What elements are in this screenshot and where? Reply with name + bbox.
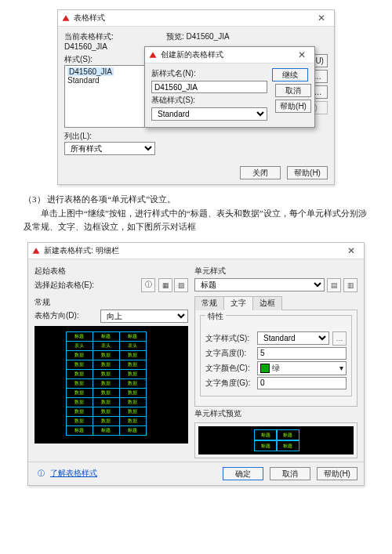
text-height-input[interactable] (257, 347, 347, 360)
help-button[interactable]: 帮助(H) (287, 166, 328, 179)
info-icon: ⓘ (34, 467, 47, 480)
cell: 标题 (254, 429, 278, 440)
preview-label: 预览: (166, 32, 184, 41)
styles-label: 样式(S): (64, 54, 155, 65)
unit-preview-label: 单元样式预览 (194, 408, 358, 419)
ok-button[interactable]: 确定 (223, 467, 263, 480)
dialog-title: 新建表格样式: 明细栏 (44, 245, 342, 256)
close-button[interactable]: 关闭 (240, 166, 281, 179)
style-list[interactable]: D41560_JIA Standard (64, 65, 155, 128)
base-select[interactable]: Standard (151, 107, 267, 121)
base-label: 基础样式(S): (151, 95, 267, 106)
tab-text[interactable]: 文字 (223, 296, 253, 310)
cell: 标题 (276, 440, 299, 451)
pick-table-icon[interactable]: ▦ (158, 278, 172, 292)
cell: 标题 (276, 429, 299, 440)
name-input[interactable] (151, 81, 267, 93)
unit-style-label: 单元样式 (194, 266, 358, 277)
direction-label: 表格方向(D): (34, 310, 97, 321)
direction-select[interactable]: 向上 (100, 310, 188, 323)
cell: 标题 (93, 425, 120, 436)
list-item[interactable]: D41560_JIA (67, 67, 114, 76)
preview-name: D41560_JIA (187, 32, 230, 41)
document-text: （3） 进行表格的各项“单元样式”设立。 单击上图中“继续”按钮，进行样式中的“… (24, 193, 368, 234)
list-out-label: 列出(L): (64, 131, 155, 142)
chevron-down-icon: ▾ (339, 364, 343, 372)
new-unit-icon[interactable]: ▤ (327, 278, 341, 292)
text-color-label: 文字颜色(C): (205, 363, 254, 374)
new-table-style-dialog: 创建新的表格样式 ✕ 新样式名(N): 基础样式(S): Standard 继续… (144, 46, 315, 128)
close-icon[interactable]: ✕ (312, 11, 331, 25)
unit-tabs: 常规 文字 边框 (194, 295, 358, 310)
learn-link[interactable]: 了解表格样式 (50, 468, 97, 479)
text-height-label: 文字高度(I): (205, 348, 254, 359)
current-style-value: D41560_JIA (64, 42, 107, 51)
cell: 标题 (119, 425, 147, 436)
text-style-label: 文字样式(S): (205, 333, 254, 344)
cell: 标题 (66, 425, 93, 436)
start-table-preview: 标题标题标题表头表头表头数据数据数据数据数据数据数据数据数据数据数据数据数据数据… (34, 326, 188, 444)
titlebar: 表格样式 ✕ (58, 10, 334, 27)
text-color-value: 绿 (272, 363, 280, 374)
cancel-button[interactable]: 取消 (270, 467, 310, 480)
app-icon (148, 50, 158, 60)
start-table-label: 起始表格 (34, 266, 188, 277)
unit-style-select[interactable]: 标题 (194, 278, 325, 291)
info-icon[interactable]: ⓘ (141, 278, 155, 292)
table-style-dialog: 表格样式 ✕ 当前表格样式: D41560_JIA 预览: D41560_JIA… (57, 9, 335, 185)
app-icon (61, 13, 71, 23)
list-item[interactable]: Standard (67, 76, 152, 85)
name-label: 新样式名(N): (151, 68, 267, 79)
new-table-style-detail-dialog: 新建表格样式: 明细栏 ✕ 起始表格 选择起始表格(E): ⓘ ▦ ▨ 常规 表… (27, 242, 365, 486)
text-style-more-icon[interactable]: … (332, 331, 347, 346)
text-angle-input[interactable] (257, 377, 347, 389)
tab-general[interactable]: 常规 (194, 296, 224, 310)
cell: 标题 (254, 440, 278, 451)
help-button[interactable]: 帮助(H) (275, 100, 311, 113)
list-filter-select[interactable]: 所有样式 (64, 142, 155, 155)
close-icon[interactable]: ✕ (292, 48, 311, 62)
cancel-button[interactable]: 取消 (275, 84, 311, 97)
tab-border[interactable]: 边框 (252, 296, 282, 310)
dialog-title: 创建新的表格样式 (161, 49, 292, 60)
dialog-title: 表格样式 (74, 13, 312, 24)
text-panel: 特性 文字样式(S): Standard … 文字高度(I): 文字颜色(C): (194, 310, 358, 407)
pick-start-label: 选择起始表格(E): (34, 280, 138, 291)
current-style-label: 当前表格样式: (64, 32, 114, 41)
remove-table-icon[interactable]: ▨ (174, 278, 188, 292)
color-chip (260, 364, 270, 373)
text-angle-label: 文字角度(G): (205, 378, 254, 389)
help-button[interactable]: 帮助(H) (317, 467, 358, 480)
unit-style-preview: 标题 标题 标题 标题 (194, 422, 358, 458)
manage-unit-icon[interactable]: ▥ (343, 278, 358, 292)
text-style-select[interactable]: Standard (257, 331, 329, 345)
general-label: 常规 (34, 297, 188, 308)
close-icon[interactable]: ✕ (342, 244, 361, 258)
continue-button[interactable]: 继续 (272, 68, 308, 81)
app-icon (31, 246, 41, 255)
doc-line: （3） 进行表格的各项“单元样式”设立。 (24, 193, 368, 207)
text-color-select[interactable]: 绿 ▾ (257, 361, 347, 375)
doc-line: 单击上图中“继续”按钮，进行样式中的“标题、表头和数据”设立，每个单元样式分别涉… (24, 207, 368, 234)
props-legend: 特性 (205, 311, 226, 322)
